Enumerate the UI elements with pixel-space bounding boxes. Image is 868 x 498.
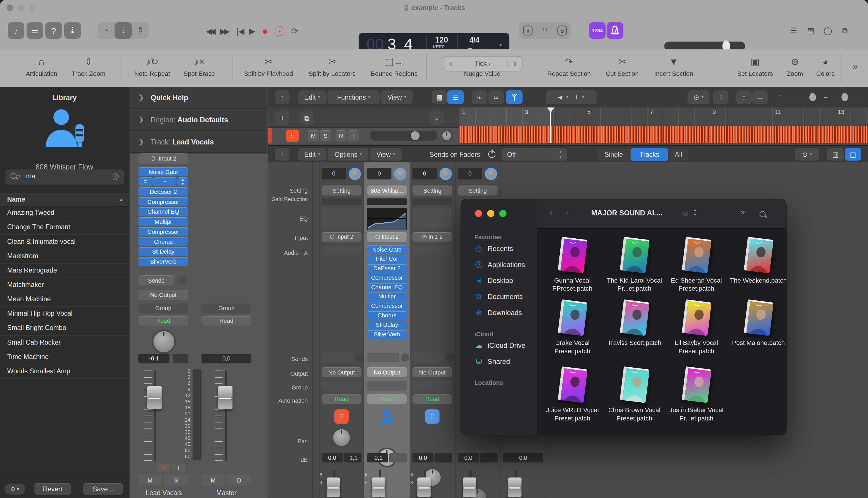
sends-on-faders-power-icon[interactable] — [488, 150, 496, 160]
track-pan-knob[interactable] — [440, 130, 453, 142]
finder-zoom-button[interactable] — [500, 210, 507, 217]
vertical-zoom-icon[interactable]: ↕ — [736, 90, 752, 104]
mixer-options-icon[interactable]: ⊙▾ — [795, 148, 819, 160]
toolbar-overflow-icon[interactable]: » — [741, 208, 745, 217]
view-chevrons-icon[interactable]: ▲▼ — [693, 207, 697, 217]
toolbar-articulation[interactable]: ∩Articulation — [26, 55, 57, 77]
plugin-controls[interactable]: ⏻ -•- ▲▼ — [138, 177, 188, 186]
db-value[interactable]: 0,0 — [412, 453, 433, 463]
sidebar-item-desktop[interactable]: ⌸Desktop — [461, 273, 537, 289]
toolbar-note-repeat[interactable]: ♪↻Note Repeat — [134, 55, 170, 77]
quick-help-header[interactable]: ❯Quick Help — [130, 87, 267, 109]
sidebar-item-documents[interactable]: 🗎Documents — [461, 289, 537, 305]
file-chris-brown[interactable]: Chris Brown Vocal Preset.patch — [603, 368, 665, 423]
automation-mode[interactable]: Read — [322, 394, 361, 404]
library-item[interactable]: Time Machine — [0, 350, 129, 365]
note-pads-button[interactable]: ▤ — [802, 22, 819, 39]
output-slot[interactable]: No Output — [322, 367, 361, 377]
track-volume-slider[interactable] — [370, 131, 437, 141]
hide-tracks-area-icon[interactable]: ↑ — [275, 90, 289, 104]
grid-view-icon[interactable]: ▦ — [432, 90, 447, 104]
fx-slot[interactable]: St-Delay — [367, 321, 407, 329]
gain-value[interactable]: 0 — [322, 168, 346, 180]
waveform-zoom-icon[interactable]: ⫶⫶ — [713, 90, 729, 104]
flex-icon[interactable] — [506, 90, 523, 104]
input-slot[interactable]: ⬡ Input 2 — [322, 232, 361, 242]
plugin-slot[interactable]: Compressor — [138, 197, 188, 206]
send-knob[interactable] — [446, 353, 455, 362]
setting-button[interactable]: 808 Whisp... — [367, 185, 407, 196]
setting-button[interactable]: Setting — [458, 185, 498, 196]
eq-thumbnail[interactable] — [322, 208, 361, 230]
library-item[interactable]: Mars Retrograde — [0, 264, 129, 278]
volume-fader[interactable] — [154, 370, 156, 461]
sidebar-item-icloud-drive[interactable]: ☁iCloud Drive — [461, 337, 537, 353]
plugin-slot[interactable]: DeEsser 2 — [138, 187, 188, 196]
region-header[interactable]: ❯Region: Audio Defaults — [130, 109, 267, 131]
file-gunna[interactable]: Gunna Vocal PPreset.patch — [541, 238, 603, 293]
horizontal-zoom-icon[interactable]: ↔ — [752, 90, 768, 104]
track-solo-button[interactable]: S — [320, 130, 331, 141]
sidebar-item-applications[interactable]: ⒶApplications — [461, 257, 537, 273]
library-item[interactable]: Small Bright Combo — [0, 322, 129, 336]
mute-button[interactable]: M — [138, 475, 162, 486]
channel-fader-thumb[interactable] — [417, 477, 431, 497]
track-waveform-icon[interactable]: ⫶⫶ — [286, 130, 299, 142]
send-slot[interactable] — [367, 353, 399, 362]
plugin-sliders-icon[interactable]: -•- — [153, 177, 177, 186]
library-item[interactable]: Small Cab Rocker — [0, 336, 129, 350]
toolbar-split-playhead[interactable]: ✂Split by Playhead — [244, 55, 293, 77]
input-slot[interactable]: ⬡ Input 2 — [138, 153, 188, 164]
stop-button[interactable]: ❙◀ — [234, 27, 242, 36]
play-button[interactable]: ▶ — [249, 26, 255, 36]
input-slot[interactable]: ◎ In 1-2 — [412, 232, 452, 242]
h-zoom-slider[interactable] — [831, 95, 863, 100]
tool-menus[interactable]: ➤▾ ＋▾ — [546, 90, 597, 104]
finder-search-icon[interactable] — [759, 209, 765, 220]
group-slot[interactable] — [322, 381, 361, 391]
plugin-slot[interactable]: Compressor — [138, 227, 188, 236]
single-pane-view-icon[interactable]: ▥ — [827, 148, 844, 160]
media-browser-button[interactable]: ⧉ — [837, 22, 854, 39]
volume-value[interactable]: -0,1 — [138, 354, 169, 363]
toolbar-set-locators[interactable]: ▣Set Locators — [737, 55, 773, 77]
track-mute-button[interactable]: M — [308, 130, 319, 141]
fx-slot[interactable]: SilverVerb — [367, 330, 407, 339]
finder-close-button[interactable] — [475, 210, 482, 217]
library-name-header[interactable]: Name ▲ — [0, 193, 129, 207]
clear-search-icon[interactable]: ⓧ — [112, 172, 119, 182]
fader-thumb[interactable] — [147, 386, 162, 409]
loops-browser-button[interactable]: ◯ — [819, 22, 837, 39]
sidebar-item-downloads[interactable]: ⊕Downloads — [461, 305, 537, 321]
timeline-ruler[interactable]: 1 3 5 7 9 11 13 — [460, 107, 868, 126]
plugin-slot[interactable]: Chorus — [138, 237, 188, 246]
file-kid-laroi[interactable]: The Kid Laroi Vocal Pr...et.patch — [603, 238, 665, 293]
duplicate-track-button[interactable]: ⧉ — [299, 112, 314, 125]
master-fader[interactable] — [225, 370, 227, 461]
master-dim-button[interactable]: D — [227, 475, 252, 486]
db-value[interactable]: 0,0 — [322, 453, 342, 463]
fx-slot[interactable]: Noise Gate — [367, 245, 407, 254]
library-item[interactable]: Amazing Tweed — [0, 206, 129, 220]
count-in-button[interactable]: 1234 — [589, 22, 606, 39]
add-track-button[interactable]: ＋ — [275, 112, 289, 125]
playhead-marker[interactable] — [547, 107, 555, 116]
eq-thumbnail[interactable] — [412, 208, 452, 230]
master-volume-value[interactable]: 0,0 — [202, 354, 252, 363]
tab-tracks[interactable]: Tracks — [630, 148, 668, 161]
gain-knob[interactable] — [439, 168, 451, 180]
channel-fader-thumb[interactable] — [327, 477, 340, 497]
toolbar-toggle-button[interactable]: ⇣ — [64, 22, 81, 39]
toolbar-insert-section[interactable]: ▼Insert Section — [654, 55, 693, 77]
solo-icon[interactable]: S — [557, 26, 567, 36]
file-justin-bieber[interactable]: Justin Bieber Vocal Pr...et.patch — [665, 368, 727, 423]
inspector-toggle-button[interactable]: ⚌ — [27, 22, 43, 39]
gain-knob[interactable] — [349, 168, 361, 180]
plugin-slot[interactable]: Channel EQ — [138, 207, 188, 216]
pointer-tool-icon[interactable]: ➤ — [556, 92, 566, 102]
toolbar-cut-section[interactable]: ✂Cut Section — [606, 55, 639, 77]
group-slot[interactable] — [367, 381, 407, 391]
plugin-slot[interactable]: Noise Gate — [138, 167, 188, 176]
tab-single[interactable]: Single — [597, 148, 630, 161]
plugin-slot[interactable]: SilverVerb — [138, 257, 188, 266]
